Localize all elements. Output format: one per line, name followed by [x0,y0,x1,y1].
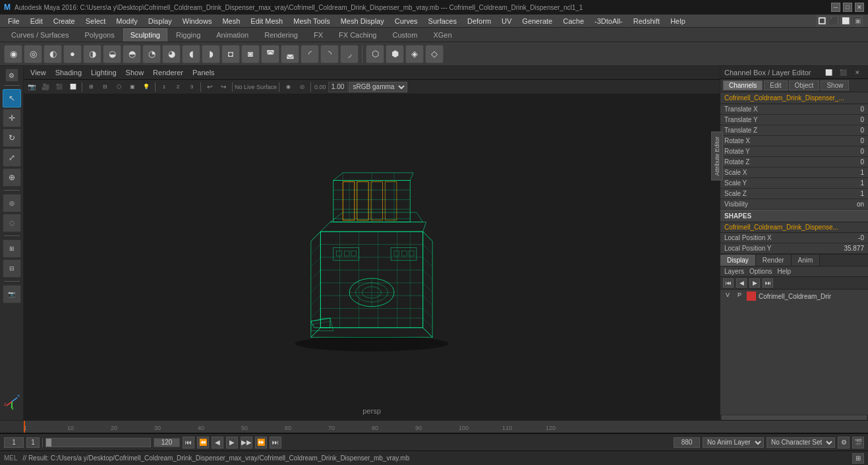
channel-local-pos-x[interactable]: Local Position X -0 [720,233,868,243]
playback-end-input[interactable] [674,437,700,448]
tab-channels[interactable]: Channels [723,80,763,90]
tab-rigging[interactable]: Rigging [169,28,208,42]
icon-button-2[interactable]: ⬛ [828,16,839,26]
tab-object[interactable]: Object [789,80,820,90]
sculpt-freeze-3[interactable]: ◈ [405,45,424,63]
scale-tool-button[interactable]: ⤢ [3,148,21,167]
gamma-select[interactable]: sRGB gamma [349,82,407,92]
tab-rendering[interactable]: Rendering [257,28,305,42]
menu-display[interactable]: Display [143,16,177,26]
layer-tab-render[interactable]: Render [756,255,792,266]
sculpt-tool-13[interactable]: ◙ [241,45,260,63]
rotate-tool-button[interactable]: ↻ [3,129,21,147]
layer-scrollbar-thumb[interactable] [722,416,867,419]
sculpt-freeze-1[interactable]: ⬡ [366,45,384,63]
layer-menu-help[interactable]: Help [777,268,791,275]
sculpt-tool-3[interactable]: ◐ [43,45,62,63]
menu-windows[interactable]: Windows [177,16,217,26]
layer-visibility-toggle[interactable]: V [723,292,732,301]
sculpt-tool-15[interactable]: ◛ [281,45,299,63]
channel-rotate-z[interactable]: Rotate Z 0 [720,157,868,168]
range-end-input[interactable] [154,438,180,447]
frame-start-input[interactable] [4,437,24,448]
menu-curves[interactable]: Curves [390,16,423,26]
layer-tab-display[interactable]: Display [720,255,756,266]
layer-scrollbar[interactable] [720,415,868,420]
universal-tool-button[interactable]: ⊕ [3,168,21,187]
sculpt-tool-14[interactable]: ◚ [261,45,279,63]
menu-select[interactable]: Select [80,16,111,26]
sculpt-tool-7[interactable]: ◓ [123,45,141,63]
sculpt-tool-5[interactable]: ◑ [83,45,101,63]
window-controls[interactable]: ─ □ ✕ [831,3,864,12]
sculpt-tool-9[interactable]: ◕ [162,45,181,63]
menu-file[interactable]: File [3,16,25,26]
snap-button[interactable]: ⊞ [3,239,21,258]
menu-3dtoall[interactable]: -3DtoAll- [589,16,628,26]
channel-box-float-button[interactable]: ⬜ [822,67,835,78]
sculpt-freeze-2[interactable]: ⬢ [386,45,404,63]
channel-scale-z[interactable]: Scale Z 1 [720,189,868,199]
channel-visibility[interactable]: Visibility on [720,199,868,210]
playhead[interactable] [24,421,25,433]
vp-light-icon[interactable]: 💡 [140,81,153,93]
layer-row-1[interactable]: V P Cofrimell_Coldream_Drir [720,290,868,303]
sculpt-tool-4[interactable]: ● [63,45,82,63]
layer-menu-layers[interactable]: Layers [724,268,744,275]
menu-surfaces[interactable]: Surfaces [423,16,462,26]
sculpt-tool-8[interactable]: ◔ [142,45,161,63]
camera-icon-2[interactable]: 🎥 [39,81,52,93]
soft-select-button[interactable]: ◎ [3,194,21,212]
menu-create[interactable]: Create [48,16,80,26]
vp-redo-icon[interactable]: ↪ [217,81,230,93]
menu-mesh[interactable]: Mesh [217,16,245,26]
menu-cache[interactable]: Cache [558,16,589,26]
next-frame-button[interactable]: ▶▶ [241,437,252,449]
viewport-menu-show[interactable]: Show [122,67,148,78]
channel-box-dock-button[interactable]: ⬛ [836,67,850,78]
channel-rotate-y[interactable]: Rotate Y 0 [720,146,868,157]
grid-button[interactable]: ⊟ [3,259,21,278]
icon-button-4[interactable]: ▣ [852,16,863,26]
sculpt-tool-17[interactable]: ◝ [320,45,339,63]
viewport-menu-panels[interactable]: Panels [188,67,219,78]
camera-icon-3[interactable]: ⬛ [53,81,66,93]
channel-translate-z[interactable]: Translate Z 0 [720,125,868,136]
go-to-end-button[interactable]: ⏭ [270,437,281,449]
camera-icon-1[interactable]: 📷 [25,81,38,93]
vp-grid-icon[interactable]: ⊞ [84,81,98,93]
viewport-3d[interactable]: persp [24,94,720,420]
tab-sculpting[interactable]: Sculpting [123,28,167,42]
attribute-editor-tab[interactable]: Attribute Editor [711,132,723,181]
layer-prev-prev-button[interactable]: ⏮ [723,278,734,288]
vp-isolation-icon[interactable]: ◉ [281,81,295,93]
vp-smooth-2-icon[interactable]: 2 [171,81,185,93]
menu-edit-mesh[interactable]: Edit Mesh [245,16,288,26]
sculpt-tool-10[interactable]: ◖ [182,45,200,63]
layer-menu-options[interactable]: Options [749,268,772,275]
tab-curves-surfaces[interactable]: Curves / Surfaces [4,28,76,42]
timeline-ruler[interactable]: 1 10 20 30 40 50 60 70 80 90 100 110 120 [24,421,868,433]
sculpt-freeze-4[interactable]: ◇ [425,45,444,63]
tab-polygons[interactable]: Polygons [77,28,121,42]
step-back-button[interactable]: ⏪ [197,437,209,449]
channel-rotate-x[interactable]: Rotate X 0 [720,136,868,146]
anim-layer-select[interactable]: No Anim Layer [703,437,764,448]
viewport-menu-shading[interactable]: Shading [51,67,86,78]
minimize-button[interactable]: ─ [831,3,840,12]
playback-slider-thumb[interactable] [46,439,51,447]
vp-texture-icon[interactable]: ▣ [126,81,139,93]
sculpt-tool-12[interactable]: ◘ [221,45,240,63]
sculpt-tool-1[interactable]: ◉ [4,45,22,63]
layer-prev-button[interactable]: ◀ [736,278,747,288]
viewport-menu-renderer[interactable]: Renderer [149,67,187,78]
step-forward-button[interactable]: ⏩ [255,437,267,449]
vp-wireframe-icon[interactable]: ⊟ [98,81,111,93]
menu-modify[interactable]: Modify [111,16,142,26]
channel-translate-y[interactable]: Translate Y 0 [720,115,868,125]
layer-color-swatch[interactable] [747,292,756,301]
tab-fx-caching[interactable]: FX Caching [332,28,384,42]
tab-show[interactable]: Show [821,80,849,90]
camera-icon-4[interactable]: ⬜ [67,81,80,93]
menu-deform[interactable]: Deform [462,16,496,26]
